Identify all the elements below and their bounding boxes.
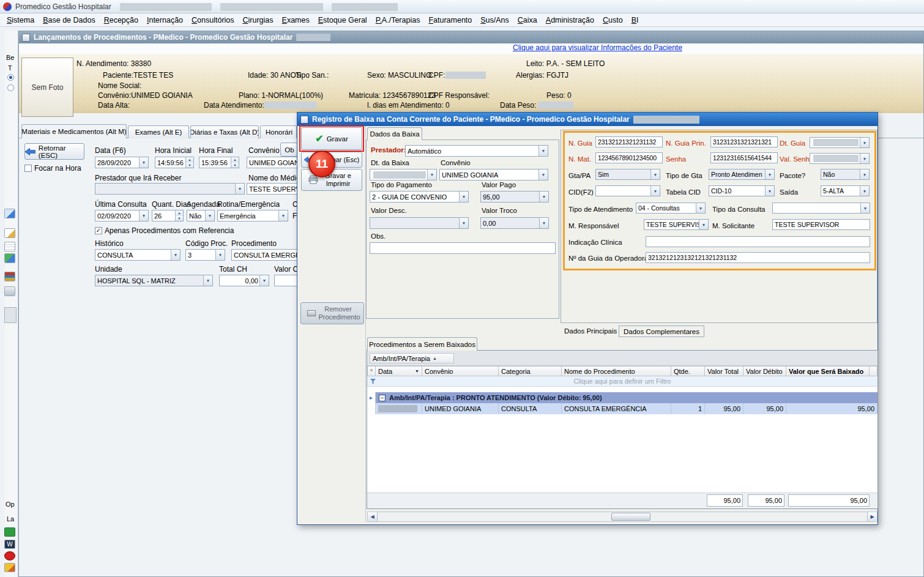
sidebar-stop-icon[interactable] (4, 551, 15, 560)
menu-base-de-dados[interactable]: Base de Dados (39, 14, 99, 26)
chevron-down-icon[interactable]: ▼ (171, 250, 180, 260)
tab-exames[interactable]: Exames (Alt E) (128, 125, 189, 138)
grid-group-box[interactable]: Amb/Int/PA/Terapia▲ (370, 353, 454, 363)
chevron-down-icon[interactable]: ▼ (203, 275, 212, 286)
sidebar-open-icon[interactable] (4, 209, 15, 218)
convenio-field[interactable]: UNIMED GOIANI (247, 157, 299, 168)
chevron-down-icon[interactable]: ▼ (539, 218, 548, 228)
rotina-emergencia-field[interactable]: Emergência▼ (217, 210, 288, 221)
cell-categoria[interactable]: CONSULTA (499, 403, 562, 414)
chevron-down-icon[interactable]: ▼ (538, 169, 548, 180)
cell-qtde[interactable]: 1 (671, 403, 705, 414)
chevron-down-icon[interactable]: ▼ (278, 210, 288, 221)
obs-field[interactable] (370, 242, 556, 254)
dt-baixa-field[interactable]: ▼ (370, 169, 437, 181)
sidebar-edit-icon[interactable] (4, 228, 15, 238)
tab-diarias-taxas[interactable]: Diárias e Taxas (Alt D) (190, 125, 259, 138)
chevron-down-icon[interactable]: ▼ (235, 184, 244, 194)
codigo-proc-field[interactable]: 3▼ (185, 249, 225, 261)
grid-col-valor-baixado[interactable]: Valor que Será Baixado (786, 366, 870, 376)
grid-col-valor-debito[interactable]: Valor Débito (743, 366, 786, 376)
grid-col-categoria[interactable]: Categoria (499, 366, 562, 376)
remover-procedimento-button[interactable]: Remover Procedimento (300, 302, 364, 324)
tipo-pagamento-field[interactable]: 2 - GUIA DE CONVENIO▼ (370, 191, 469, 203)
scroll-right-arrow-icon[interactable]: ▶ (867, 512, 877, 521)
grid-group-row[interactable]: − Amb/Int/PA/Terapia : PRONTO ATENDIMENT… (376, 392, 877, 403)
scrollbar-thumb[interactable] (611, 513, 650, 521)
ultima-consulta-field[interactable]: 02/09/2020▼ (95, 210, 149, 221)
grid-col-qtde[interactable]: Qtde. (671, 366, 705, 376)
menu-internacao[interactable]: Internação (143, 14, 187, 26)
unidade-field[interactable]: HOSPITAL SQL - MATRIZ▼ (95, 275, 213, 286)
grid-hscrollbar[interactable]: ◀ ▶ (367, 512, 877, 522)
grid-col-valor-total[interactable]: Valor Total (705, 366, 743, 376)
agendada-field[interactable]: Não▼ (187, 210, 215, 221)
chevron-down-icon[interactable]: ▼ (459, 192, 468, 202)
menu-caixa[interactable]: Caixa (513, 14, 542, 26)
valor-c-field[interactable] (274, 275, 299, 286)
data-f6-field[interactable]: 28/09/2020▼ (95, 157, 149, 168)
baixa-convenio-field[interactable]: UNIMED GOIANIA▼ (439, 169, 548, 181)
valor-pago-field[interactable]: 95,00▼ (480, 191, 549, 203)
menu-sistema[interactable]: Sistema (2, 14, 39, 26)
sidebar-green-icon[interactable] (4, 527, 15, 537)
apenas-referencia-checkbox[interactable]: ✓ (95, 227, 102, 234)
spinner-icon[interactable]: ▲▼ (175, 210, 183, 221)
menu-faturamento[interactable]: Faturamento (424, 14, 476, 26)
cell-nome-procedimento[interactable]: CONSULTA EMERGÊNCIA (562, 403, 671, 414)
sidebar-alert-icon[interactable] (4, 563, 15, 572)
valor-desc-field[interactable]: ▼ (370, 217, 469, 229)
filter-dropdown-icon[interactable]: ▼ (415, 369, 419, 373)
tab-materiais-medicamentos[interactable]: Materiais e Medicamentos (Alt M) (21, 124, 127, 138)
prestador-field[interactable]: Automático▼ (405, 145, 548, 157)
grid-col-convenio[interactable]: Convênio (422, 366, 499, 376)
focar-na-hora-checkbox[interactable] (24, 165, 32, 172)
chevron-down-icon[interactable]: ▼ (259, 275, 269, 286)
menu-consultorios[interactable]: Consultórios (187, 14, 238, 26)
scroll-left-arrow-icon[interactable]: ◀ (368, 512, 378, 521)
chevron-down-icon[interactable]: ▼ (139, 210, 148, 221)
historico-field[interactable]: CONSULTA▼ (95, 249, 181, 261)
total-ch-field[interactable]: 0,00▼ (219, 275, 269, 286)
hora-inicial-field[interactable]: 14:59:56▲▼ (155, 157, 194, 168)
grid-col-nome-procedimento[interactable]: Nome do Procedimento (562, 366, 671, 376)
sidebar-w-icon[interactable]: W (4, 540, 15, 549)
cell-valor-baixado[interactable]: 95,00 (786, 403, 877, 414)
sidebar-radio-1[interactable] (7, 74, 14, 81)
spinner-icon[interactable]: ▲▼ (185, 157, 193, 168)
cell-valor-total[interactable]: 95,00 (705, 403, 743, 414)
sidebar-printer-icon[interactable] (4, 286, 15, 296)
collapse-minus-icon[interactable]: − (379, 395, 386, 401)
cell-valor-debito[interactable]: 95,00 (743, 403, 786, 414)
valor-troco-field[interactable]: 0,00▼ (480, 217, 549, 229)
menu-sus-ans[interactable]: Sus/Ans (476, 14, 513, 26)
chevron-down-icon[interactable]: ▼ (215, 250, 225, 260)
chevron-down-icon[interactable]: ▼ (427, 169, 436, 180)
hora-final-field[interactable]: 15:39:56▲▼ (199, 157, 239, 168)
prestador-receber-field[interactable]: ▼ (95, 183, 245, 195)
chevron-down-icon[interactable]: ▼ (539, 192, 548, 202)
procedimento-field[interactable]: CONSULTA EMERGÊN (231, 249, 299, 261)
menu-custo[interactable]: Custo (598, 14, 627, 26)
grid-col-data[interactable]: Data▼ (376, 366, 422, 376)
menu-estoque-geral[interactable]: Estoque Geral (314, 14, 371, 26)
menu-cirurgias[interactable]: Cirurgias (239, 14, 278, 26)
chevron-down-icon[interactable]: ▼ (205, 210, 214, 221)
cell-data[interactable] (376, 403, 422, 414)
menu-administracao[interactable]: Administração (542, 14, 598, 26)
tab-dados-complementares[interactable]: Dados Complementares (619, 326, 704, 337)
patient-info-link[interactable]: Clique aqui para visualizar Informações … (513, 43, 682, 52)
chevron-down-icon[interactable]: ▼ (139, 157, 148, 168)
tab-dados-principais[interactable]: Dados Principais (564, 327, 617, 335)
chevron-down-icon[interactable]: ▼ (459, 218, 468, 228)
spinner-icon[interactable]: ▲▼ (231, 157, 239, 168)
tab-procedimentos-baixados[interactable]: Procedimentos a Serem Baixados (367, 337, 477, 351)
menu-pa-terapias[interactable]: P.A./Terapias (371, 14, 425, 26)
nome-medico-field[interactable]: TESTE SUPERVIS (247, 183, 299, 195)
tab-dados-da-baixa[interactable]: Dados da Baixa (367, 127, 422, 140)
sidebar-sync-icon[interactable] (4, 253, 15, 263)
menu-bi[interactable]: BI (627, 14, 643, 26)
retornar-esc-button[interactable]: Retornar (ESC) (24, 143, 84, 160)
cell-convenio[interactable]: UNIMED GOIANIA (422, 403, 499, 414)
menu-recepcao[interactable]: Recepção (100, 14, 143, 26)
